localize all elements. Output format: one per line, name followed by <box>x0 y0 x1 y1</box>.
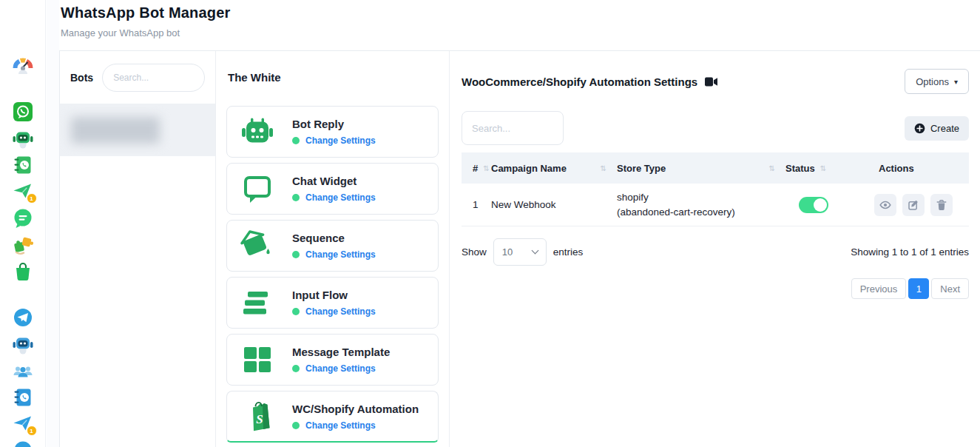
shop-icon[interactable] <box>13 261 33 282</box>
sort-icon[interactable]: ⇅ <box>820 164 826 172</box>
telegram-campaign-icon[interactable]: 1 <box>13 414 33 434</box>
main-panel: Bots The White Bot Reply Change Setti <box>59 50 980 447</box>
change-settings-link[interactable]: Change Settings <box>305 135 376 146</box>
status-cell <box>785 197 874 213</box>
change-settings-link[interactable]: Change Settings <box>305 249 376 260</box>
telegram-bot-icon[interactable] <box>13 334 33 354</box>
bot-list-item-selected[interactable] <box>60 104 215 156</box>
feature-card-input-flow[interactable]: Input Flow Change Settings <box>226 277 439 329</box>
create-button[interactable]: Create <box>905 116 969 141</box>
settings-panel: WooCommerce/Shopify Automation Settings … <box>450 51 980 447</box>
feature-card-message-template[interactable]: Message Template Change Settings <box>226 334 439 386</box>
bots-search-input[interactable] <box>102 64 205 92</box>
showing-entries-text: Showing 1 to 1 of 1 entries <box>851 246 969 258</box>
campaign-name-cell: New Webhook <box>491 199 617 210</box>
telegram-contacts-icon[interactable] <box>13 387 33 408</box>
telegram-users-icon[interactable] <box>13 360 33 381</box>
whatsapp-bot-icon[interactable] <box>13 128 33 149</box>
column-header-status[interactable]: Status ⇅ <box>785 163 874 174</box>
options-button[interactable]: Options ▾ <box>905 69 969 94</box>
page-size-select[interactable]: 10 <box>493 238 547 266</box>
status-dot <box>292 251 300 258</box>
page-1-button[interactable]: 1 <box>908 278 929 299</box>
bots-panel: Bots <box>60 51 216 447</box>
page-size-value: 10 <box>502 246 513 258</box>
view-button[interactable] <box>874 194 896 216</box>
whatsapp-icon[interactable] <box>13 101 33 122</box>
feature-title: Message Template <box>292 346 390 358</box>
background-strip <box>47 0 59 447</box>
column-header-campaign-name[interactable]: Campaign Name ⇅ <box>491 163 617 174</box>
chat-widget-icon <box>240 172 274 206</box>
table-footer: Show 10 entries Showing 1 to 1 of 1 entr… <box>462 238 969 266</box>
app-window: 1 1 WhatsApp Bot Manag <box>0 0 980 447</box>
sort-icon[interactable]: ⇅ <box>769 164 775 172</box>
video-tutorial-icon[interactable] <box>705 77 717 87</box>
edit-button[interactable] <box>902 194 925 216</box>
table-search-input[interactable] <box>462 111 564 145</box>
sort-icon[interactable]: ⇅ <box>601 164 606 172</box>
options-label: Options <box>916 76 949 87</box>
notification-badge: 1 <box>27 426 37 436</box>
status-toggle[interactable] <box>799 197 828 213</box>
bot-reply-icon <box>240 115 274 149</box>
feature-card-sequence[interactable]: Sequence Change Settings <box>226 220 439 272</box>
feature-title: Sequence <box>292 232 376 244</box>
features-panel: The White Bot Reply Change Settings <box>216 51 450 447</box>
actions-cell <box>874 194 969 216</box>
status-dot <box>292 194 300 201</box>
row-number: 1 <box>462 199 491 210</box>
page-title: WhatsApp Bot Manager <box>61 4 231 21</box>
svg-text:S: S <box>256 411 263 426</box>
next-page-button[interactable]: Next <box>931 278 969 299</box>
change-settings-link[interactable]: Change Settings <box>305 420 376 431</box>
chevron-down-icon: ▾ <box>954 78 958 86</box>
notification-badge: 1 <box>27 193 37 204</box>
store-type-line2: (abandoned-cart-recovery) <box>617 205 735 220</box>
column-header-store-type[interactable]: Store Type ⇅ <box>617 163 785 174</box>
sort-icon[interactable]: ⇅ <box>483 164 489 172</box>
feature-title: Chat Widget <box>292 175 376 187</box>
whatsapp-contacts-icon[interactable] <box>13 155 33 175</box>
store-type-line1: shopify <box>617 190 735 205</box>
page-subtitle: Manage your WhatsApp bot <box>61 27 231 38</box>
delete-button[interactable] <box>930 194 953 216</box>
integration-icon[interactable] <box>13 235 33 255</box>
edit-icon <box>908 199 919 211</box>
previous-page-button[interactable]: Previous <box>851 278 907 299</box>
page-size-control: Show 10 entries <box>462 238 583 266</box>
status-dot <box>292 308 300 315</box>
entries-label: entries <box>553 246 584 258</box>
bot-name-redacted <box>71 117 160 144</box>
whatsapp-chat-icon[interactable] <box>13 208 33 229</box>
feature-card-list: Bot Reply Change Settings Chat Widget Ch… <box>226 106 439 443</box>
column-header-actions: Actions <box>874 163 969 174</box>
feature-card-wc-shopify-automation[interactable]: S WC/Shopify Automation Change Settings <box>226 391 439 443</box>
status-dot <box>292 137 300 144</box>
dashboard-icon[interactable] <box>13 56 33 76</box>
input-flow-icon <box>240 286 274 320</box>
table-toolbar: Create <box>462 111 969 145</box>
feature-card-bot-reply[interactable]: Bot Reply Change Settings <box>226 106 439 158</box>
page-header: WhatsApp Bot Manager Manage your WhatsAp… <box>61 4 231 38</box>
sequence-icon <box>240 229 274 263</box>
change-settings-link[interactable]: Change Settings <box>305 363 376 374</box>
selected-bot-name: The White <box>228 71 439 84</box>
settings-title: WooCommerce/Shopify Automation Settings <box>462 75 697 88</box>
change-settings-link[interactable]: Change Settings <box>305 306 376 317</box>
bots-title: Bots <box>70 72 93 84</box>
telegram-icon[interactable] <box>13 307 33 328</box>
eye-icon <box>879 199 891 211</box>
plus-circle-icon <box>914 123 925 134</box>
feature-card-chat-widget[interactable]: Chat Widget Change Settings <box>226 163 439 215</box>
app-sidebar: 1 1 <box>0 0 46 447</box>
status-dot <box>292 422 300 429</box>
column-header-number[interactable]: # ⇅ <box>462 163 491 174</box>
feature-title: Input Flow <box>292 289 376 301</box>
store-type-cell: shopify (abandoned-cart-recovery) <box>617 190 785 219</box>
feature-title: Bot Reply <box>292 118 376 130</box>
whatsapp-campaign-icon[interactable]: 1 <box>13 181 33 202</box>
show-label: Show <box>462 246 487 258</box>
change-settings-link[interactable]: Change Settings <box>305 192 376 203</box>
telegram-chat-icon[interactable] <box>13 440 33 447</box>
